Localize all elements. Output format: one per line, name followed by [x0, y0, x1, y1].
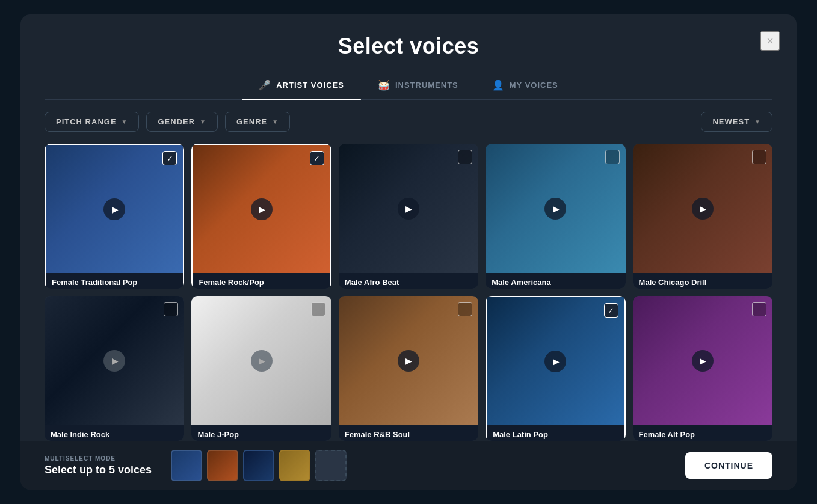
voice-card-image: ▶ — [191, 296, 331, 425]
voice-card-info: Male Latin Pop FREE VOICE 0.9K USES — [486, 425, 625, 441]
voice-name: Male Latin Pop — [493, 430, 618, 439]
voice-name: Male Afro Beat — [345, 278, 472, 287]
modal: Select voices × 🎤 ARTIST VOICES 🥁 INSTRU… — [20, 14, 797, 490]
voice-card-male-americana[interactable]: ▶ Male Americana FREE VOICE 1.3K USES — [486, 144, 625, 289]
tab-my-voices[interactable]: 👤 MY VOICES — [475, 73, 575, 99]
person-icon: 👤 — [492, 79, 505, 91]
voice-name: Male J-Pop — [197, 430, 325, 439]
drum-icon: 🥁 — [378, 79, 390, 91]
sort-label: NEWEST — [712, 117, 750, 126]
voice-card-r2-4[interactable]: ▶ ✓ Male Latin Pop FREE VOICE 0.9K USES — [486, 296, 625, 441]
multiselect-text: Select up to 5 voices — [45, 464, 152, 476]
voice-card-image: ▶ ✓ — [486, 296, 625, 425]
voice-card-male-chicago-drill[interactable]: ▶ Male Chicago Drill FREE VOICE 1.3K USE… — [633, 144, 772, 289]
filters-bar: PITCH RANGE ▼ GENDER ▼ GENRE ▼ NEWEST ▼ — [20, 100, 797, 144]
voice-card-info: Male Indie Rock FREE VOICE 1.2K USES — [45, 425, 184, 441]
footer-left: MULTISELECT MODE Select up to 5 voices — [45, 455, 152, 476]
voice-card-info: Male J-Pop FREE VOICE 1.1K USES — [191, 425, 331, 441]
play-icon: ▶ — [553, 204, 560, 214]
play-icon: ▶ — [259, 356, 265, 366]
selected-avatar-3 — [243, 450, 274, 481]
microphone-icon: 🎤 — [259, 79, 271, 91]
voice-card-info: Male Chicago Drill FREE VOICE 1.3K USES — [633, 273, 772, 289]
genre-label: GENRE — [236, 117, 267, 126]
voice-card-info: Male Americana FREE VOICE 1.3K USES — [486, 273, 625, 289]
play-button[interactable]: ▶ — [544, 351, 566, 372]
select-checkbox[interactable] — [458, 302, 472, 316]
voice-card-image: ▶ — [633, 296, 772, 425]
select-checkbox[interactable]: ✓ — [162, 151, 177, 165]
play-button[interactable]: ▶ — [544, 198, 566, 220]
play-icon: ▶ — [259, 204, 265, 214]
tab-my-voices-label: MY VOICES — [510, 81, 558, 90]
voice-card-image: ▶ — [633, 144, 772, 273]
chevron-down-icon: ▼ — [272, 118, 279, 125]
chevron-down-icon: ▼ — [200, 118, 206, 125]
voice-name: Male Indie Rock — [51, 430, 178, 439]
modal-overlay: Select voices × 🎤 ARTIST VOICES 🥁 INSTRU… — [0, 0, 817, 504]
play-icon: ▶ — [553, 357, 560, 366]
play-button[interactable]: ▶ — [103, 198, 125, 220]
pitch-range-label: PITCH RANGE — [56, 117, 117, 126]
play-button[interactable]: ▶ — [103, 350, 125, 372]
play-button[interactable]: ▶ — [398, 350, 419, 372]
multiselect-label: MULTISELECT MODE — [45, 455, 152, 462]
voices-grid: ▶ ✓ Female Traditional Pop FREE VOICE 2.… — [20, 144, 797, 441]
voice-card-image: ▶ — [339, 296, 478, 425]
play-button[interactable]: ▶ — [692, 198, 714, 220]
voice-card-info: Female Rock/Pop FREE VOICE 2.8K USES — [191, 273, 331, 289]
voice-card-info: Female Alt Pop FREE VOICE 0.8K USES — [633, 425, 772, 441]
close-button[interactable]: × — [760, 31, 780, 51]
select-checkbox[interactable] — [311, 302, 325, 316]
voice-card-image: ▶ ✓ — [191, 144, 331, 273]
voice-card-r2-2[interactable]: ▶ Male J-Pop FREE VOICE 1.1K USES — [191, 296, 331, 441]
voice-card-female-traditional-pop[interactable]: ▶ ✓ Female Traditional Pop FREE VOICE 2.… — [45, 144, 184, 289]
play-icon: ▶ — [700, 356, 706, 366]
select-checkbox[interactable]: ✓ — [310, 151, 324, 165]
tab-instruments-label: INSTRUMENTS — [395, 81, 458, 90]
genre-filter[interactable]: GENRE ▼ — [225, 112, 290, 132]
gender-label: GENDER — [158, 117, 195, 126]
select-checkbox[interactable] — [164, 302, 178, 316]
check-icon: ✓ — [313, 154, 320, 163]
voice-card-image: ▶ — [339, 144, 478, 273]
tab-instruments[interactable]: 🥁 INSTRUMENTS — [361, 73, 475, 99]
voice-name: Male Chicago Drill — [639, 278, 766, 287]
voice-card-info: Female Traditional Pop FREE VOICE 2.8K U… — [45, 273, 184, 289]
modal-footer: MULTISELECT MODE Select up to 5 voices C… — [20, 441, 797, 490]
voice-name: Female R&B Soul — [345, 430, 472, 439]
modal-title: Select voices — [338, 34, 479, 59]
check-icon: ✓ — [167, 154, 173, 163]
selected-avatar-5-empty — [315, 450, 347, 481]
voice-card-r2-1[interactable]: ▶ Male Indie Rock FREE VOICE 1.2K USES — [45, 296, 184, 441]
sort-button[interactable]: NEWEST ▼ — [701, 112, 772, 132]
play-button[interactable]: ▶ — [251, 350, 273, 372]
select-checkbox[interactable] — [752, 302, 766, 316]
selected-avatar-4 — [279, 450, 310, 481]
selected-voices-preview — [171, 450, 347, 481]
voice-card-r2-3[interactable]: ▶ Female R&B Soul FREE VOICE 1.0K USES — [339, 296, 478, 441]
voice-name: Female Alt Pop — [639, 430, 766, 439]
select-checkbox[interactable] — [605, 150, 620, 164]
select-checkbox[interactable] — [458, 150, 472, 164]
tabs-bar: 🎤 ARTIST VOICES 🥁 INSTRUMENTS 👤 MY VOICE… — [45, 73, 772, 100]
tab-artist-voices-label: ARTIST VOICES — [276, 81, 344, 90]
chevron-down-icon: ▼ — [122, 118, 128, 125]
voice-card-image: ▶ ✓ — [45, 144, 184, 273]
tab-artist-voices[interactable]: 🎤 ARTIST VOICES — [242, 73, 361, 99]
select-checkbox[interactable]: ✓ — [604, 303, 618, 318]
voice-name: Female Rock/Pop — [199, 278, 324, 287]
check-icon: ✓ — [608, 306, 614, 315]
continue-button[interactable]: CONTINUE — [685, 452, 772, 479]
voice-card-female-rock-pop[interactable]: ▶ ✓ Female Rock/Pop FREE VOICE 2.8K USES — [191, 144, 331, 289]
play-button[interactable]: ▶ — [692, 350, 714, 372]
play-button[interactable]: ▶ — [251, 198, 273, 220]
voice-card-info: Female R&B Soul FREE VOICE 1.0K USES — [339, 425, 478, 441]
voice-card-male-afro-beat[interactable]: ▶ Male Afro Beat FREE VOICE 1.6K USES — [339, 144, 478, 289]
play-icon: ▶ — [112, 204, 119, 214]
voice-card-r2-5[interactable]: ▶ Female Alt Pop FREE VOICE 0.8K USES — [633, 296, 772, 441]
play-button[interactable]: ▶ — [398, 198, 419, 220]
gender-filter[interactable]: GENDER ▼ — [146, 112, 218, 132]
select-checkbox[interactable] — [752, 150, 766, 164]
pitch-range-filter[interactable]: PITCH RANGE ▼ — [45, 112, 139, 132]
